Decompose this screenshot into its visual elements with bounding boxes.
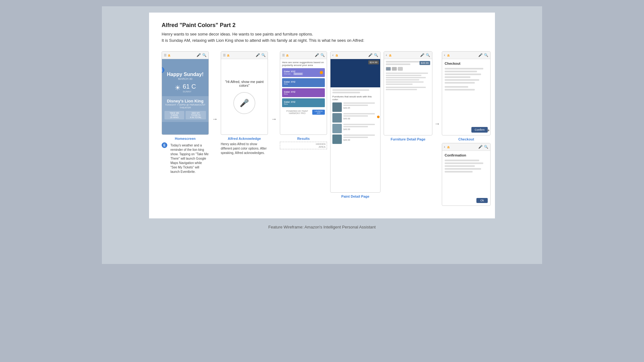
mic-icon-3[interactable]: 🎤 — [315, 53, 319, 57]
arrow-alfred-results: → — [271, 116, 277, 123]
arrow-homescreen-alfred: → — [212, 116, 218, 123]
mic-icon-7[interactable]: 🎤 — [478, 145, 483, 149]
ok-button[interactable]: Ok — [476, 198, 488, 203]
furniture-price: $49.99 — [419, 61, 430, 65]
mic-icon-2[interactable]: 🎤 — [256, 53, 260, 57]
right-col: ‹ a 🎤 🔍 $49.99 — [384, 51, 491, 206]
product-row-2[interactable]: $49.98 — [332, 113, 378, 123]
hs-temp: 61 C — [183, 83, 196, 90]
confirm-dot — [487, 129, 489, 131]
amazon-logo-5: a — [389, 53, 391, 58]
swatch-1[interactable] — [386, 67, 391, 71]
mic-icon-4[interactable]: 🎤 — [368, 53, 373, 57]
checkout-header: ‹ a 🎤 🔍 — [442, 52, 490, 59]
sun-icon: ☀ — [175, 84, 181, 92]
amazon-logo: a — [168, 53, 170, 58]
results-header-text: Here are some suggestions based on popul… — [282, 61, 325, 67]
hamburger-icon-3: ☰ — [282, 53, 285, 57]
checkout-frame: ‹ a 🎤 🔍 Checkout — [442, 51, 491, 135]
hs-date: MARCH 30 — [178, 77, 192, 80]
alfred-desc: Henry asks Alfred to show different pain… — [221, 142, 268, 155]
hs-buttons: TAKE ME THERE 20 MINS SEE MY TICKETS 4 I… — [164, 111, 206, 119]
alfred-speech: "Hi Alfred, show me paint colors" — [224, 80, 264, 87]
page-title: Alfred "Paint Colors" Part 2 — [162, 22, 482, 29]
alfred-content: "Hi Alfred, show me paint colors" 🎤 — [221, 59, 268, 134]
top-right-row: ‹ a 🎤 🔍 $49.99 — [384, 51, 491, 206]
back-arrow-icon[interactable]: ‹ — [332, 53, 333, 57]
homescreen-content: Happy Sunday! MARCH 30 ☀ 61 C SUNNY Disn… — [162, 59, 208, 134]
hs-show-title: Disney's Lion King — [164, 99, 206, 103]
mic-icon-6[interactable]: 🎤 — [478, 53, 483, 57]
hs-show-time: TONIGHT 7:30PM @ PARAMOUNT THEATER — [164, 103, 206, 109]
screens-row: E ☰ a 🎤 🔍 Happy Sunday! — [162, 51, 482, 206]
homescreen-desc-row: E Today's weather and a reminder of the … — [162, 142, 209, 174]
results-header: ☰ a 🎤 🔍 — [280, 52, 327, 59]
paint-swatch-1[interactable]: Color: XYZ Sherwin... Sponsored — [282, 68, 325, 77]
search-icon-5[interactable]: 🔍 — [426, 53, 430, 57]
furniture-desc: Furnitures that would work with this col… — [332, 95, 378, 101]
product-row-3[interactable]: $49.99 — [332, 124, 378, 133]
product-row-1[interactable]: $49.95 — [332, 102, 378, 112]
white-card: Alfred "Paint Colors" Part 2 Henry wants… — [149, 13, 495, 218]
checkout-stack: ‹ a 🎤 🔍 Checkout — [442, 51, 491, 206]
amazon-logo-6: a — [447, 53, 449, 58]
e-badge: E — [162, 67, 166, 73]
search-icon-7[interactable]: 🔍 — [484, 145, 488, 149]
checkout-title: Checkout — [445, 62, 488, 65]
checkout-label: Checkout — [458, 137, 474, 141]
furniture-frame: ‹ a 🎤 🔍 $49.99 — [384, 51, 432, 135]
paint-swatch-4[interactable]: Color: XYZ Beta — [282, 98, 325, 107]
amazon-logo-7: a — [447, 145, 449, 149]
furniture-col: ‹ a 🎤 🔍 $49.99 — [384, 51, 432, 141]
search-icon-3[interactable]: 🔍 — [320, 53, 325, 57]
homescreen-header: ☰ a 🎤 🔍 — [162, 52, 208, 59]
confirmation-header: ‹ a 🎤 🔍 — [442, 143, 490, 151]
homescreen-label: Homescreen — [175, 137, 196, 140]
homescreen-col: E ☰ a 🎤 🔍 Happy Sunday! — [162, 51, 209, 174]
homescreen-desc: Today's weather and a reminder of the li… — [170, 143, 209, 174]
results-col: ☰ a 🎤 🔍 Here are some suggestions based … — [280, 51, 327, 149]
hs-greeting: Happy Sunday! — [167, 72, 203, 77]
e-badge-desc: E — [162, 142, 167, 148]
results-content: Here are some suggestions based on popul… — [280, 59, 327, 134]
hs-show: Disney's Lion King TONIGHT 7:30PM @ PARA… — [162, 96, 208, 122]
search-icon[interactable]: 🔍 — [202, 53, 207, 57]
take-me-there-button[interactable]: TAKE ME THERE 20 MINS — [164, 111, 184, 119]
product-thumb-2 — [332, 113, 342, 123]
paint-swatch-3[interactable]: Color: XYZ Beta — [282, 88, 325, 97]
search-icon-4[interactable]: 🔍 — [374, 53, 378, 57]
hs-weather: ☀ 61 C SUNNY — [175, 83, 196, 93]
confirmation-content: Confirmation Ok — [442, 151, 490, 206]
paint-hero: $24.99 — [330, 59, 380, 87]
hamburger-icon-2: ☰ — [223, 53, 226, 57]
swatch-2[interactable] — [392, 67, 397, 71]
homescreen-frame: E ☰ a 🎤 🔍 Happy Sunday! — [162, 51, 209, 135]
back-arrow-icon-3[interactable]: ‹ — [444, 53, 445, 57]
amazon-logo-4: a — [336, 53, 338, 58]
furniture-label: Furniture Detail Page — [391, 137, 425, 141]
arrow-furniture-checkout: → — [434, 121, 440, 127]
search-icon-2[interactable]: 🔍 — [261, 53, 266, 57]
confirm-button[interactable]: Confirm — [471, 127, 488, 133]
confirmation-frame: ‹ a 🎤 🔍 Confirmation — [442, 143, 491, 206]
product-thumb-1 — [332, 102, 342, 112]
paint-detail-label: Paint Detail Page — [341, 195, 369, 198]
furniture-header: ‹ a 🎤 🔍 — [384, 52, 432, 59]
paint-detail-body: Furnitures that would work with this col… — [330, 87, 380, 147]
price-badge-1: $24.99 — [368, 60, 379, 64]
product-row-4[interactable]: $49.99 — [332, 134, 378, 144]
hs-condition: SUNNY — [183, 90, 196, 93]
back-arrow-icon-2[interactable]: ‹ — [386, 53, 387, 57]
selection-dot — [377, 116, 380, 118]
mic-icon[interactable]: 🎤 — [197, 53, 201, 57]
launch-app-button[interactable]: LAUNCH APP — [312, 110, 325, 115]
swatch-3[interactable] — [398, 67, 403, 71]
confirmation-col: ‹ a 🎤 🔍 Confirmation — [442, 143, 491, 206]
page-description: Henry wants to see some decor ideas. He … — [162, 31, 482, 43]
back-arrow-icon-4[interactable]: ‹ — [444, 145, 445, 149]
search-icon-6[interactable]: 🔍 — [484, 53, 488, 57]
results-footer: POWERED BY PAINT HARMONY PRO LAUNCH APP — [282, 108, 325, 115]
paint-swatch-2[interactable]: Color: XYZ Beta — [282, 78, 325, 87]
mic-icon-5[interactable]: 🎤 — [420, 53, 425, 57]
see-my-tickets-button[interactable]: SEE MY TICKETS 4 IN TOTAL — [186, 111, 206, 119]
